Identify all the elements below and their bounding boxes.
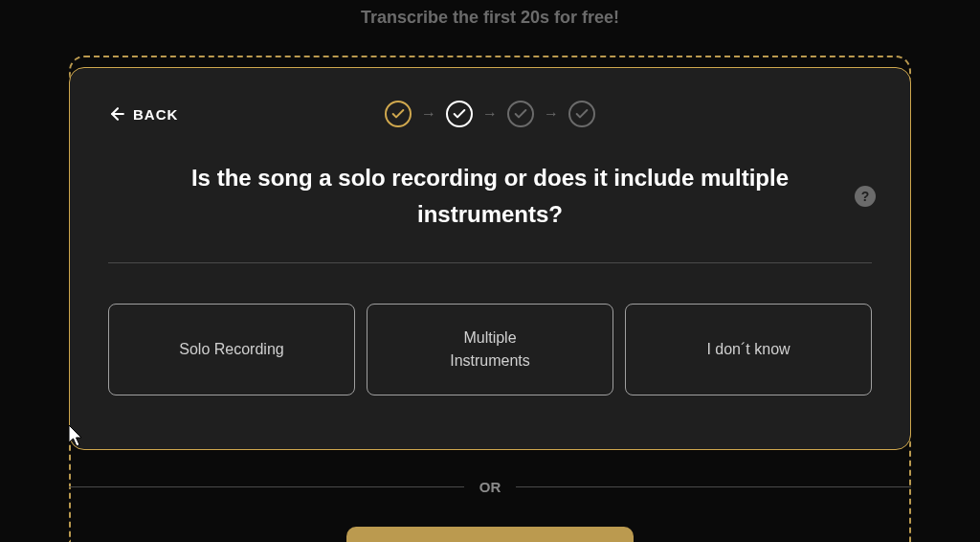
option-label: Multiple Instruments (450, 327, 530, 373)
option-multiple-instruments[interactable]: Multiple Instruments (367, 304, 613, 395)
arrow-left-icon (108, 104, 127, 124)
question-mark-icon: ? (861, 189, 870, 204)
option-solo-recording[interactable]: Solo Recording (108, 304, 355, 395)
check-icon (390, 106, 406, 122)
divider (108, 262, 872, 263)
question-text: Is the song a solo recording or does it … (108, 160, 872, 234)
options-row: Solo Recording Multiple Instruments I do… (108, 304, 872, 395)
step-arrow-icon: → (482, 105, 498, 123)
modal-header: BACK → → → (108, 97, 872, 131)
back-button[interactable]: BACK (108, 104, 178, 124)
alternate-action-button[interactable] (346, 527, 634, 542)
step-3 (507, 101, 534, 127)
or-divider: OR (69, 479, 911, 495)
promo-banner: Transcribe the first 20s for free! (0, 0, 980, 47)
question-modal: BACK → → → Is the song a solo recording … (69, 67, 911, 450)
step-1 (385, 101, 412, 127)
promo-text: Transcribe the first 20s for free! (361, 8, 619, 27)
option-label: I don´t know (706, 338, 790, 361)
option-dont-know[interactable]: I don´t know (625, 304, 872, 395)
option-label: Solo Recording (179, 338, 283, 361)
divider-line (516, 486, 911, 487)
question-row: Is the song a solo recording or does it … (108, 160, 872, 234)
step-4 (568, 101, 595, 127)
step-arrow-icon: → (421, 105, 436, 123)
or-label: OR (479, 479, 501, 495)
progress-stepper: → → → (385, 101, 595, 127)
back-label: BACK (133, 106, 178, 123)
step-2 (446, 101, 473, 127)
check-icon (513, 106, 528, 122)
check-icon (452, 106, 467, 122)
help-button[interactable]: ? (855, 186, 876, 207)
step-arrow-icon: → (544, 105, 559, 123)
divider-line (69, 486, 464, 487)
check-icon (574, 106, 590, 122)
